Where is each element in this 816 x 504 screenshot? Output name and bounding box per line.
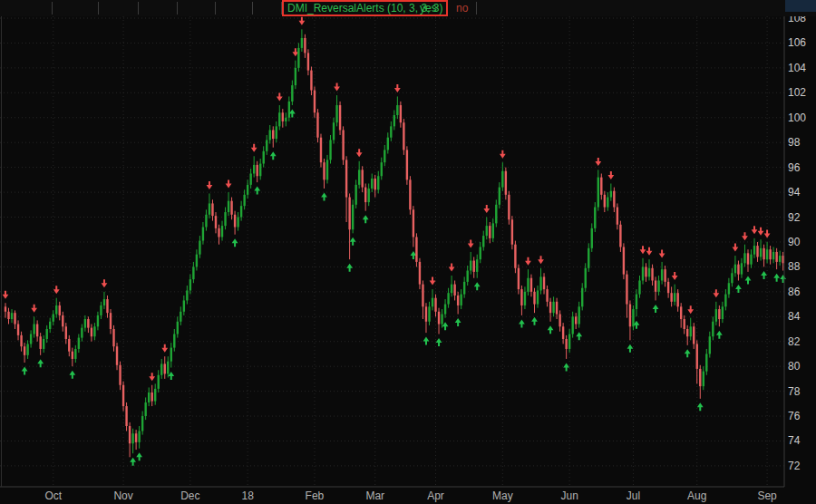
candle[interactable] (623, 243, 625, 279)
candle-body (228, 201, 229, 212)
candle-body (543, 276, 545, 289)
candle-body (316, 112, 318, 137)
candle-body (304, 38, 306, 53)
month-tick-label: Jul (627, 489, 640, 502)
candle-body (160, 363, 162, 374)
candle-body (664, 269, 665, 282)
candle-body (524, 292, 526, 305)
candlestick-chart-svg[interactable]: 1081061041021009896949290888684828078767… (0, 16, 816, 504)
price-tick-label: 104 (788, 62, 806, 74)
candle[interactable] (406, 146, 408, 185)
candle-body (571, 316, 573, 334)
candle-body (619, 225, 621, 247)
candle-body (565, 339, 567, 349)
candle[interactable] (511, 216, 513, 249)
candle-body (655, 280, 656, 291)
candle-body (527, 278, 529, 292)
candle-body (610, 191, 612, 198)
candle-body (234, 215, 236, 228)
candle-body (750, 255, 752, 265)
candle-body (11, 313, 13, 319)
candle-body (623, 247, 625, 274)
candle-body (696, 344, 698, 368)
candle-body (460, 295, 461, 305)
candle-body (333, 122, 335, 140)
candle-body (703, 372, 704, 386)
month-tick-label: May (492, 489, 513, 502)
candle[interactable] (316, 109, 318, 142)
candle-body (505, 171, 507, 195)
candle-body (209, 203, 210, 214)
candle-body (78, 338, 80, 349)
candle-body (600, 178, 602, 195)
candle-body (499, 188, 500, 205)
candle-body (345, 160, 347, 197)
candle-body (173, 334, 175, 347)
candle-body (451, 285, 452, 294)
candle-body (278, 112, 280, 126)
candle-body (645, 267, 646, 276)
candle-body (364, 188, 366, 202)
candle-body (106, 299, 108, 313)
candle[interactable] (342, 126, 344, 165)
indicator-yes-option[interactable]: yes (413, 0, 443, 16)
price-tick-label: 86 (788, 286, 801, 298)
candle-body (131, 433, 133, 443)
candle[interactable] (632, 305, 634, 330)
candle-body (164, 363, 166, 373)
candle[interactable] (508, 191, 510, 225)
candle-body (482, 236, 484, 247)
price-tick-label: 98 (788, 136, 801, 149)
candle-body (5, 306, 6, 311)
candle-body (323, 162, 325, 179)
candle-body (14, 313, 15, 324)
candle-body (533, 292, 535, 305)
candle-body (520, 289, 522, 305)
candle-body (211, 203, 213, 216)
candle[interactable] (339, 102, 341, 135)
candle-body (158, 375, 160, 389)
candle-body (339, 105, 341, 130)
candle-body (119, 365, 121, 385)
candle[interactable] (320, 134, 322, 168)
candlestick-chart-area[interactable]: 1081061041021009896949290888684828078767… (0, 16, 816, 504)
candle-body (670, 293, 672, 302)
candle-body (463, 282, 465, 295)
candle-body (763, 248, 764, 259)
candle-body (629, 305, 631, 327)
candle-body (661, 269, 663, 280)
candle[interactable] (415, 233, 417, 267)
candle[interactable] (403, 119, 404, 155)
header-cell-divider (215, 2, 216, 15)
indicator-no-option[interactable]: no (450, 0, 474, 16)
candle-body (693, 326, 695, 344)
candle-body (342, 130, 344, 160)
candle-body (84, 319, 86, 328)
candle-body (604, 195, 606, 208)
candle-body (638, 280, 640, 294)
candle-body (218, 228, 219, 237)
candle-body (546, 289, 548, 302)
candle-body (495, 205, 497, 224)
candle-body (240, 206, 242, 217)
candle-body (33, 325, 34, 334)
candle-body (422, 285, 423, 307)
candle-body (674, 293, 675, 302)
price-tick-label: 84 (788, 310, 801, 323)
candle-body (632, 309, 634, 326)
candle-body (65, 326, 67, 339)
candle-body (358, 170, 360, 184)
candle-body (45, 329, 47, 339)
candle-body (116, 346, 118, 365)
price-tick-label: 96 (788, 161, 801, 174)
candle-body (348, 198, 350, 230)
candle-body (480, 247, 481, 259)
candle[interactable] (409, 176, 411, 215)
candle-body (575, 316, 577, 324)
price-tick-label: 90 (788, 236, 801, 248)
candle-body (266, 140, 267, 150)
candle-body (444, 305, 446, 315)
candle-body (288, 102, 290, 118)
candle-body (384, 150, 385, 162)
candle-body (772, 252, 774, 259)
